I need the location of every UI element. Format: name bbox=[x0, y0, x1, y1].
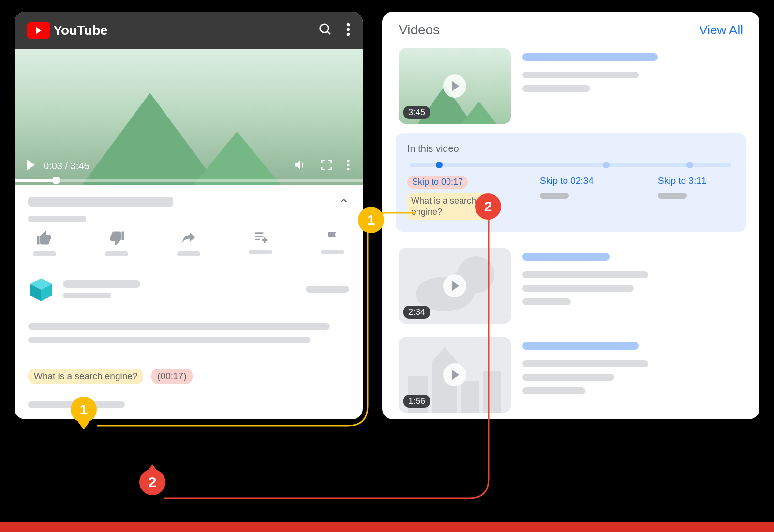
report-button[interactable] bbox=[321, 229, 344, 256]
view-all-link[interactable]: View All bbox=[699, 23, 743, 38]
svg-rect-17 bbox=[461, 381, 479, 413]
key-moment-skip[interactable]: Skip to 3:11 bbox=[658, 176, 706, 186]
video-progress[interactable] bbox=[15, 179, 363, 182]
thumbs-down-icon bbox=[108, 229, 125, 247]
key-moment-skip[interactable]: Skip to 02:34 bbox=[540, 176, 594, 186]
video-result[interactable]: 1:56 bbox=[382, 330, 759, 419]
youtube-logo[interactable]: YouTube bbox=[27, 22, 107, 39]
svg-point-2 bbox=[347, 23, 350, 27]
fullscreen-icon[interactable] bbox=[320, 159, 333, 174]
result-title-placeholder bbox=[522, 342, 639, 350]
svg-point-0 bbox=[320, 24, 329, 33]
channel-avatar-icon bbox=[28, 276, 54, 302]
footer-accent bbox=[0, 522, 774, 532]
svg-point-4 bbox=[347, 33, 350, 36]
svg-line-1 bbox=[327, 31, 330, 34]
svg-point-5 bbox=[347, 160, 349, 162]
svg-point-6 bbox=[347, 163, 349, 166]
video-actions bbox=[15, 222, 363, 266]
flag-icon bbox=[325, 229, 341, 245]
video-thumbnail[interactable]: 1:56 bbox=[399, 337, 511, 413]
dislike-button[interactable] bbox=[105, 229, 128, 256]
save-button[interactable] bbox=[249, 229, 272, 256]
collapse-icon[interactable] bbox=[339, 195, 349, 208]
like-button[interactable] bbox=[33, 229, 56, 256]
callout-badge-1-right: 1 bbox=[358, 207, 384, 233]
callout-tail bbox=[78, 422, 89, 429]
key-moments-track[interactable] bbox=[410, 163, 731, 167]
channel-row[interactable] bbox=[15, 266, 363, 312]
play-icon bbox=[443, 74, 466, 98]
video-result[interactable]: 3:45 bbox=[382, 42, 759, 131]
youtube-brand-text: YouTube bbox=[53, 23, 107, 38]
search-results-panel: Videos View All 3:45 In this video bbox=[382, 12, 759, 419]
callout-badge-1-left: 1 bbox=[71, 397, 97, 423]
chapter-title-pill[interactable]: What is a search engine? bbox=[28, 369, 143, 384]
video-subtitle-placeholder bbox=[28, 216, 86, 222]
video-thumbnail[interactable]: 3:45 bbox=[399, 48, 511, 124]
youtube-header: YouTube bbox=[15, 12, 363, 49]
svg-marker-16 bbox=[432, 347, 457, 361]
video-player[interactable]: 0:03 / 3:45 bbox=[15, 49, 363, 185]
result-title-placeholder bbox=[522, 253, 610, 261]
video-thumbnail[interactable]: 2:34 bbox=[399, 248, 511, 324]
key-moment-skip[interactable]: Skip to 00:17 bbox=[407, 176, 468, 189]
search-icon[interactable] bbox=[318, 22, 333, 39]
svg-rect-18 bbox=[483, 371, 501, 413]
video-result[interactable]: 2:34 bbox=[382, 241, 759, 330]
subscribe-placeholder[interactable] bbox=[306, 286, 349, 293]
channel-name-placeholder bbox=[63, 280, 140, 288]
duration-badge: 1:56 bbox=[403, 395, 430, 408]
svg-point-7 bbox=[347, 168, 349, 170]
thumbs-up-icon bbox=[36, 229, 53, 247]
more-icon[interactable] bbox=[346, 22, 350, 39]
svg-point-3 bbox=[347, 28, 350, 31]
volume-icon[interactable] bbox=[293, 158, 307, 174]
section-heading: Videos bbox=[399, 22, 440, 38]
callout-badge-2-left: 2 bbox=[139, 469, 165, 495]
playlist-add-icon bbox=[253, 229, 268, 245]
player-more-icon[interactable] bbox=[346, 159, 350, 174]
youtube-play-icon bbox=[27, 22, 50, 39]
video-controls: 0:03 / 3:45 bbox=[15, 158, 363, 174]
key-moments-heading: In this video bbox=[407, 143, 734, 154]
description-block: What is a search engine? (00:17) bbox=[15, 312, 363, 419]
play-button[interactable] bbox=[27, 160, 35, 173]
video-title-placeholder bbox=[28, 197, 173, 207]
play-icon bbox=[443, 363, 466, 386]
video-time-display: 0:03 / 3:45 bbox=[44, 161, 89, 172]
key-moments-box: In this video Skip to 00:17 What is a se… bbox=[396, 133, 746, 232]
result-title-placeholder bbox=[522, 53, 658, 61]
callout-badge-2-right: 2 bbox=[475, 193, 501, 220]
duration-badge: 3:45 bbox=[403, 106, 430, 119]
key-moment-item[interactable]: Skip to 02:34 bbox=[540, 176, 608, 220]
duration-badge: 2:34 bbox=[403, 306, 430, 319]
share-button[interactable] bbox=[177, 229, 200, 256]
play-icon bbox=[443, 274, 466, 297]
video-title-area bbox=[15, 185, 363, 222]
chapter-timestamp-pill[interactable]: (00:17) bbox=[151, 369, 192, 384]
key-moment-item[interactable]: Skip to 3:11 bbox=[658, 176, 726, 220]
channel-subs-placeholder bbox=[63, 293, 111, 298]
share-icon bbox=[180, 229, 197, 247]
youtube-panel: YouTube 0:03 / 3:45 bbox=[15, 12, 363, 419]
